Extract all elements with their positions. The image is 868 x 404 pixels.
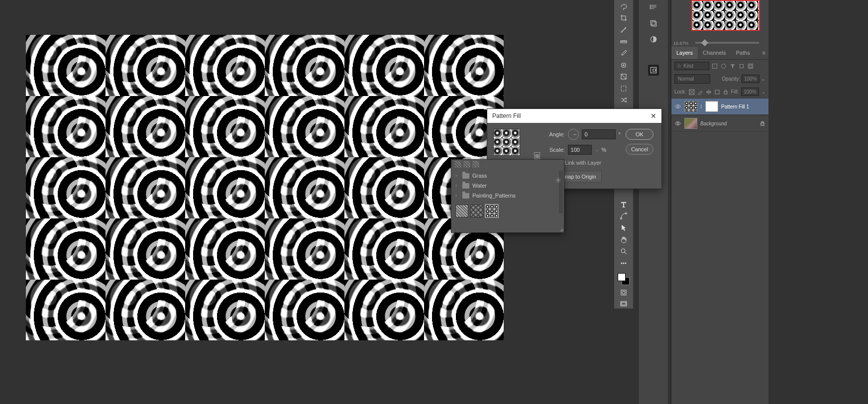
svg-rect-26 — [724, 92, 727, 94]
close-icon[interactable]: ✕ — [651, 112, 656, 120]
paragraph-panel-icon[interactable] — [649, 3, 658, 12]
foreground-color-swatch[interactable] — [618, 273, 626, 281]
navigator-panel: 16.67% — [671, 0, 768, 47]
folder-icon — [462, 183, 469, 189]
more-tools-icon[interactable] — [618, 259, 630, 268]
fill-input[interactable]: 100% — [741, 88, 759, 96]
path-tool-icon[interactable] — [618, 212, 630, 221]
lock-label: Lock: — [674, 89, 686, 95]
tab-layers[interactable]: Layers — [671, 47, 698, 59]
filter-type-icon[interactable] — [729, 63, 736, 70]
opacity-label: Opacity: — [722, 76, 740, 82]
pattern-picker-flyout: › Grass › Water › Painting_Patterns — [451, 159, 564, 233]
layer-thumbnail[interactable] — [684, 118, 697, 129]
scale-input[interactable] — [568, 145, 592, 155]
visibility-icon[interactable] — [674, 120, 681, 127]
pattern-folder-water[interactable]: › Water — [451, 181, 564, 191]
angle-unit: ° — [619, 131, 621, 137]
resize-grip-icon[interactable] — [558, 226, 563, 231]
gradient-tool-icon[interactable] — [618, 72, 630, 81]
marquee-tool-icon[interactable] — [618, 84, 630, 93]
layer-filter-row: Kind — [671, 60, 768, 72]
lasso-tool-icon[interactable] — [618, 2, 630, 11]
tab-channels[interactable]: Channels — [698, 47, 731, 59]
pattern-folder-painting[interactable]: › Painting_Patterns — [451, 191, 564, 201]
recent-swatch[interactable] — [454, 161, 461, 168]
svg-point-6 — [621, 249, 625, 253]
layer-row-pattern-fill[interactable]: ⁞ Pattern Fill 1 — [671, 98, 768, 115]
scale-unit: % — [602, 147, 607, 153]
lock-paint-icon[interactable] — [697, 89, 703, 95]
adjustments-panel-icon[interactable] — [649, 35, 658, 44]
svg-point-20 — [722, 64, 726, 68]
quick-mask-icon[interactable] — [618, 288, 630, 297]
recent-swatch[interactable] — [472, 161, 479, 168]
pattern-swatch[interactable] — [455, 204, 468, 217]
svg-point-11 — [622, 291, 625, 294]
recent-swatch[interactable] — [463, 161, 470, 168]
opacity-input[interactable]: 100% — [742, 75, 760, 83]
ruler-tool-icon[interactable] — [618, 37, 630, 46]
svg-point-30 — [557, 179, 559, 181]
brush-tool-icon[interactable] — [618, 25, 630, 34]
foreground-background-colors[interactable] — [618, 273, 630, 285]
filter-smart-icon[interactable] — [747, 63, 754, 70]
navigator-zoom-value[interactable]: 16.67% — [673, 41, 689, 46]
svg-rect-14 — [651, 20, 655, 25]
visibility-icon[interactable] — [674, 103, 681, 110]
svg-rect-23 — [749, 65, 752, 67]
shuffle-icon[interactable] — [618, 96, 630, 105]
navigator-thumbnail[interactable] — [691, 0, 760, 31]
add-pattern-button[interactable]: ⊞ — [534, 152, 540, 159]
pattern-swatch-row — [451, 202, 564, 220]
lock-position-icon[interactable] — [706, 89, 712, 95]
pattern-preview-swatch[interactable] — [493, 129, 520, 156]
hand-tool-icon[interactable] — [618, 235, 630, 244]
type-tool-icon[interactable] — [618, 200, 630, 209]
dialog-title-text: Pattern Fill — [492, 112, 521, 119]
layers-panel: Layers Channels Paths ≡ Kind Normal Opac… — [671, 47, 768, 404]
layer-name[interactable]: Background — [700, 121, 727, 126]
healing-brush-icon[interactable] — [618, 61, 630, 70]
dialog-titlebar[interactable]: Pattern Fill ✕ — [487, 109, 661, 123]
svg-point-7 — [621, 262, 623, 264]
folder-icon — [462, 173, 469, 179]
pattern-swatch-selected[interactable] — [485, 204, 498, 217]
lock-all-icon[interactable] — [723, 89, 729, 95]
blend-mode-select[interactable]: Normal — [674, 74, 710, 84]
filter-shape-icon[interactable] — [738, 63, 745, 70]
layer-thumbnail[interactable] — [684, 101, 697, 112]
zoom-tool-icon[interactable] — [618, 247, 630, 256]
svg-point-27 — [677, 105, 679, 107]
document-canvas[interactable] — [26, 35, 504, 340]
layer-mask-thumbnail[interactable] — [705, 101, 718, 112]
navigator-zoom-slider[interactable] — [695, 42, 759, 44]
lock-artboard-icon[interactable] — [714, 89, 720, 95]
cancel-button[interactable]: Cancel — [626, 144, 653, 155]
collapsed-panels-column — [638, 0, 668, 404]
layer-name[interactable]: Pattern Fill 1 — [721, 104, 749, 109]
filter-pixel-icon[interactable] — [711, 63, 718, 70]
picker-recent-row — [451, 160, 564, 170]
ok-button[interactable]: OK — [626, 129, 653, 140]
filter-adjustment-icon[interactable] — [720, 63, 727, 70]
lock-row: Lock: Fill: 100% ⌄ — [671, 86, 768, 98]
layer-filter-select[interactable]: Kind — [674, 62, 709, 70]
direct-select-icon[interactable] — [618, 223, 630, 232]
svg-point-18 — [678, 64, 680, 67]
properties-panel-icon[interactable] — [648, 65, 659, 76]
gear-icon[interactable] — [555, 177, 562, 184]
tab-paths[interactable]: Paths — [731, 47, 755, 59]
lock-icon — [760, 120, 765, 126]
layers-stack-icon[interactable] — [649, 19, 658, 28]
lock-transparency-icon[interactable] — [689, 89, 695, 95]
layer-row-background[interactable]: Background — [671, 115, 768, 132]
eyedropper-tool-icon[interactable] — [618, 49, 630, 58]
screen-mode-icon[interactable] — [618, 300, 630, 308]
panel-menu-icon[interactable]: ≡ — [760, 47, 768, 59]
pattern-swatch[interactable] — [470, 204, 483, 217]
angle-dial[interactable] — [568, 129, 579, 140]
pattern-folder-grass[interactable]: › Grass — [451, 171, 564, 181]
crop-tool-icon[interactable] — [618, 14, 630, 23]
angle-input[interactable] — [582, 129, 616, 139]
